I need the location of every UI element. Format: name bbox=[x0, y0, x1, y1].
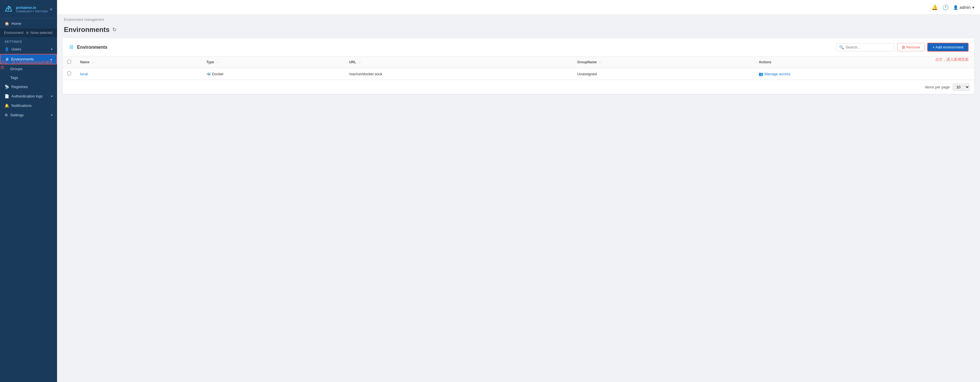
name-sort-icon[interactable]: ↑↓ bbox=[92, 61, 94, 64]
add-environment-button[interactable]: + Add environment bbox=[927, 43, 969, 52]
notifications-icon: 🔔 bbox=[5, 103, 9, 108]
breadcrumb: Environment management bbox=[57, 15, 980, 24]
home-icon: 🏠 bbox=[5, 21, 9, 26]
environments-table-container: Name ↑↓ Type ↓↑ URL ↓↑ bbox=[63, 56, 974, 80]
page-title: Environments bbox=[64, 26, 110, 33]
items-per-page-label: Items per page bbox=[925, 85, 950, 89]
table-header-name: Name ↑↓ bbox=[76, 56, 202, 68]
environment-label: Environment: bbox=[4, 31, 24, 35]
clock-icon[interactable]: 🕐 bbox=[942, 4, 949, 11]
users-label: Users bbox=[11, 47, 21, 51]
row-checkbox[interactable] bbox=[67, 71, 71, 75]
search-icon: 🔍 bbox=[839, 45, 844, 49]
sidebar-item-environments[interactable]: 🖥 Environments ▴ 点它，进入Environments列表界面 bbox=[0, 54, 57, 65]
card-title: Environments bbox=[77, 45, 108, 50]
sidebar: portainer.io COMMUNITY EDITION « 🏠 Home … bbox=[0, 0, 57, 382]
url-sort-icon[interactable]: ↓↑ bbox=[358, 61, 361, 64]
environments-card: 🖥 Environments 🔍 🗑 Remove + Add enviro bbox=[63, 38, 974, 94]
registries-label: Registries bbox=[11, 85, 28, 89]
refresh-icon[interactable]: ↻ bbox=[112, 27, 117, 33]
table-header-groupname: GroupName ↑↓ bbox=[573, 56, 754, 68]
sidebar-item-tags[interactable]: Tags bbox=[0, 73, 57, 82]
settings-chevron-icon: ▾ bbox=[51, 113, 52, 117]
settings-label-item: Settings bbox=[10, 113, 24, 117]
sidebar-collapse-button[interactable]: « bbox=[49, 5, 54, 13]
manage-access-icon: 👥 bbox=[759, 72, 763, 76]
table-header-checkbox bbox=[63, 56, 76, 68]
docker-icon: 🐳 bbox=[206, 72, 211, 76]
logo-area: portainer.io COMMUNITY EDITION bbox=[3, 4, 48, 14]
registries-icon: 📡 bbox=[5, 85, 9, 89]
logo-title: portainer.io bbox=[16, 5, 48, 10]
table-row: local 🐳 Docker /var/run/docker.sock Unas… bbox=[63, 68, 974, 80]
sidebar-header: portainer.io COMMUNITY EDITION « bbox=[0, 0, 57, 19]
environment-value: None selected bbox=[30, 31, 52, 35]
table-body: local 🐳 Docker /var/run/docker.sock Unas… bbox=[63, 68, 974, 80]
select-all-checkbox[interactable] bbox=[67, 60, 71, 63]
table-header-url: URL ↓↑ bbox=[345, 56, 573, 68]
logo-text: portainer.io COMMUNITY EDITION bbox=[16, 5, 48, 13]
search-box[interactable]: 🔍 bbox=[836, 43, 894, 51]
row-type: 🐳 Docker bbox=[202, 68, 344, 80]
card-title-area: 🖥 Environments bbox=[68, 44, 108, 51]
row-checkbox-cell bbox=[63, 68, 76, 80]
card-header: 🖥 Environments 🔍 🗑 Remove + Add enviro bbox=[63, 38, 974, 56]
remove-label: Remove bbox=[907, 45, 920, 49]
users-icon: 👤 bbox=[5, 47, 9, 51]
sidebar-item-registries[interactable]: 📡 Registries bbox=[0, 82, 57, 92]
users-chevron-icon: ▾ bbox=[51, 48, 52, 51]
pagination-row: Items per page 10 25 50 100 bbox=[63, 80, 974, 94]
page-content: Environment management Environments ↻ 🖥 … bbox=[57, 15, 980, 382]
table-header: Name ↑↓ Type ↓↑ URL ↓↑ bbox=[63, 56, 974, 68]
row-actions: 👥 Manage access bbox=[754, 68, 974, 80]
type-sort-icon[interactable]: ↓↑ bbox=[216, 61, 219, 64]
sidebar-item-home[interactable]: 🏠 Home bbox=[0, 19, 57, 29]
tags-label: Tags bbox=[10, 76, 18, 80]
card-actions: 🔍 🗑 Remove + Add environment 点它，进入新增页面 bbox=[836, 43, 969, 52]
main-area: 🔔 🕐 👤 admin ▾ Environment management Env… bbox=[57, 0, 980, 382]
auth-logs-label: Authentication logs bbox=[11, 94, 43, 98]
add-environment-wrapper: + Add environment 点它，进入新增页面 bbox=[927, 43, 969, 52]
notifications-label: Notifications bbox=[11, 103, 32, 108]
home-label: Home bbox=[11, 21, 21, 26]
portainer-logo-icon bbox=[3, 4, 14, 14]
sidebar-item-settings[interactable]: ⚙ Settings ▾ bbox=[0, 110, 57, 120]
add-label: + Add environment bbox=[932, 45, 964, 49]
table-header-type: Type ↓↑ bbox=[202, 56, 344, 68]
manage-access-link[interactable]: 👥 Manage access bbox=[759, 72, 970, 76]
annotation-environments: 点它，进入Environments列表界面 bbox=[0, 60, 56, 70]
sidebar-item-notifications[interactable]: 🔔 Notifications bbox=[0, 101, 57, 110]
settings-section-label: Settings bbox=[0, 37, 57, 44]
items-per-page-select[interactable]: 10 25 50 100 bbox=[953, 84, 970, 90]
environments-table: Name ↑↓ Type ↓↑ URL ↓↑ bbox=[63, 56, 974, 80]
search-input[interactable] bbox=[846, 45, 891, 49]
card-environments-icon: 🖥 bbox=[68, 44, 74, 51]
sidebar-item-users[interactable]: 👤 Users ▾ bbox=[0, 44, 57, 54]
row-groupname: Unassigned bbox=[573, 68, 754, 80]
annotation-add: 点它，进入新增页面 bbox=[935, 57, 969, 62]
no-circle-icon: ⊘ bbox=[26, 31, 29, 35]
topbar: 🔔 🕐 👤 admin ▾ bbox=[57, 0, 980, 15]
user-icon: 👤 bbox=[953, 5, 958, 10]
remove-button[interactable]: 🗑 Remove bbox=[897, 43, 924, 51]
sidebar-item-auth-logs[interactable]: 📄 Authentication logs ▾ bbox=[0, 92, 57, 101]
page-header: Environments ↻ bbox=[57, 24, 980, 38]
auth-logs-chevron-icon: ▾ bbox=[51, 95, 52, 98]
user-chevron-icon: ▾ bbox=[972, 5, 974, 10]
trash-icon: 🗑 bbox=[902, 45, 905, 49]
username: admin bbox=[960, 5, 970, 10]
environment-link[interactable]: local bbox=[80, 72, 88, 76]
logo-subtitle: COMMUNITY EDITION bbox=[16, 10, 48, 13]
bell-icon[interactable]: 🔔 bbox=[932, 4, 938, 11]
user-menu[interactable]: 👤 admin ▾ bbox=[953, 5, 974, 10]
groupname-sort-icon[interactable]: ↑↓ bbox=[599, 61, 602, 64]
auth-logs-icon: 📄 bbox=[5, 94, 9, 98]
environment-selector[interactable]: Environment: ⊘ None selected bbox=[0, 29, 57, 37]
settings-icon: ⚙ bbox=[5, 113, 8, 117]
row-name: local bbox=[76, 68, 202, 80]
row-url: /var/run/docker.sock bbox=[345, 68, 573, 80]
